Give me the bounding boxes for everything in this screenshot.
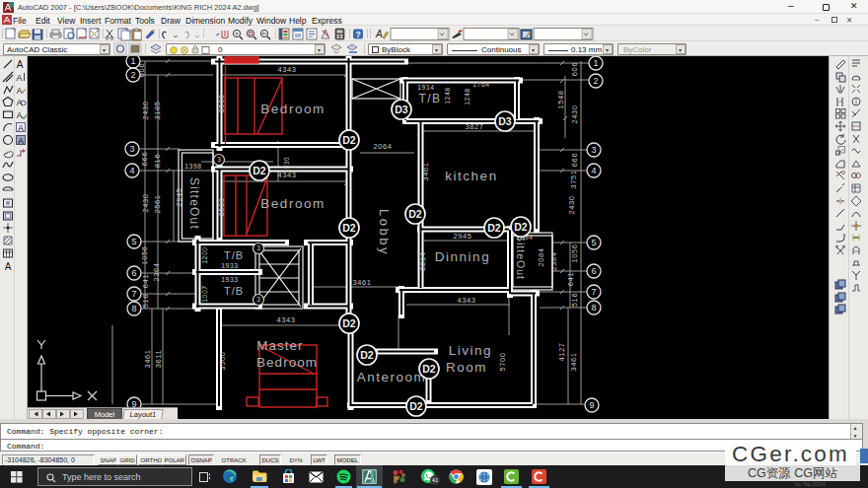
svg-text:Bedroom: Bedroom [256, 355, 318, 370]
svg-text:3827: 3827 [465, 122, 483, 131]
svg-text:9: 9 [589, 400, 594, 410]
svg-text:kitchen: kitchen [445, 169, 497, 183]
svg-text:T/B: T/B [418, 92, 441, 105]
svg-text:D2: D2 [409, 400, 423, 412]
svg-text:Lobby: Lobby [377, 209, 392, 256]
svg-text:2430: 2430 [567, 195, 576, 214]
svg-text:666: 666 [570, 153, 579, 167]
svg-text:1764: 1764 [472, 81, 490, 88]
svg-text:A: A [375, 29, 383, 39]
svg-text:A: A [16, 73, 22, 83]
svg-text:3461: 3461 [421, 162, 430, 180]
svg-text:3500: 3500 [218, 351, 227, 370]
svg-text:3: 3 [591, 145, 596, 155]
svg-text:Dinning: Dinning [435, 249, 490, 264]
svg-text:2: 2 [130, 70, 135, 80]
svg-text:3461: 3461 [143, 349, 152, 368]
svg-text:D2: D2 [487, 222, 501, 234]
svg-text:5: 5 [131, 237, 136, 246]
svg-text:4343: 4343 [277, 171, 296, 179]
svg-text:2945: 2945 [453, 232, 471, 241]
svg-text:1: 1 [593, 58, 598, 68]
svg-text:2430: 2430 [141, 101, 150, 119]
svg-text:D2: D2 [342, 134, 356, 146]
svg-text:Master: Master [256, 338, 303, 353]
svg-text:2364: 2364 [152, 262, 161, 281]
svg-text:4343: 4343 [457, 296, 475, 305]
svg-text:8: 8 [131, 304, 136, 314]
svg-text:1548: 1548 [556, 90, 565, 108]
svg-text:A: A [18, 135, 24, 145]
svg-text:Living: Living [449, 343, 492, 358]
svg-text:1056: 1056 [140, 245, 149, 264]
svg-text:2214: 2214 [418, 251, 427, 270]
svg-text:6: 6 [131, 268, 136, 278]
svg-text:1: 1 [130, 56, 135, 66]
svg-text:D3: D3 [498, 115, 512, 127]
svg-text:1914: 1914 [417, 84, 435, 91]
svg-text:Room: Room [446, 360, 487, 375]
svg-text:D3: D3 [395, 104, 408, 115]
svg-text:1007: 1007 [201, 285, 208, 303]
svg-text:A: A [18, 123, 24, 133]
svg-text:A: A [17, 59, 24, 70]
svg-text:3: 3 [256, 296, 260, 303]
svg-text:3461: 3461 [352, 278, 371, 287]
svg-text:7: 7 [131, 289, 136, 299]
svg-text:2430: 2430 [141, 193, 150, 212]
svg-text:1248: 1248 [464, 88, 470, 105]
svg-text:SitteOut: SitteOut [515, 235, 527, 280]
svg-text:1933: 1933 [221, 262, 239, 269]
svg-text:D2: D2 [408, 208, 422, 220]
svg-text:D2: D2 [514, 221, 528, 233]
svg-text:8: 8 [591, 303, 596, 313]
svg-text:7: 7 [591, 287, 596, 297]
svg-text:SitteOut: SitteOut [187, 177, 201, 230]
svg-text:6: 6 [591, 266, 596, 276]
svg-text:D2: D2 [360, 349, 374, 361]
svg-text:T/B: T/B [224, 249, 244, 261]
svg-text:4127: 4127 [557, 342, 566, 361]
svg-text:A: A [17, 110, 23, 120]
svg-text:3500: 3500 [217, 197, 226, 216]
svg-text:3185: 3185 [153, 101, 162, 119]
svg-text:A: A [5, 261, 12, 272]
svg-text:516: 516 [141, 294, 150, 308]
svg-text:D2: D2 [342, 222, 356, 234]
svg-text:4343: 4343 [276, 315, 295, 324]
svg-text:4343: 4343 [277, 65, 296, 74]
svg-text:3500: 3500 [217, 94, 226, 112]
svg-text:1056: 1056 [570, 244, 579, 262]
svg-text:3: 3 [129, 144, 134, 154]
svg-text:D2: D2 [253, 165, 266, 176]
svg-text:1933: 1933 [221, 276, 239, 283]
svg-text:641: 641 [141, 274, 150, 288]
svg-text:3751: 3751 [569, 170, 578, 188]
svg-text:5700: 5700 [498, 352, 507, 371]
svg-text:3: 3 [256, 244, 260, 251]
svg-text:830: 830 [283, 157, 290, 170]
svg-text:1248: 1248 [444, 87, 451, 105]
svg-text:1398: 1398 [184, 163, 202, 170]
svg-text:2384: 2384 [549, 251, 558, 270]
svg-text:5: 5 [591, 238, 596, 247]
svg-text:D2: D2 [342, 317, 356, 329]
svg-text:3: 3 [217, 156, 221, 163]
svg-text:2430: 2430 [570, 105, 579, 123]
svg-text:?: ? [355, 30, 360, 39]
svg-text:516: 516 [570, 293, 579, 307]
svg-text:816: 816 [153, 154, 162, 168]
svg-text:641: 641 [566, 272, 575, 286]
svg-text:T/B: T/B [224, 285, 244, 297]
svg-text:Bedroom: Bedroom [260, 102, 325, 116]
svg-text:2: 2 [593, 76, 598, 86]
svg-text:2084: 2084 [537, 247, 545, 266]
svg-text:Anteroom: Anteroom [357, 370, 427, 384]
svg-text:3461: 3461 [569, 352, 578, 371]
svg-text:1200: 1200 [201, 246, 208, 264]
svg-text:3611: 3611 [154, 350, 163, 369]
svg-text:4: 4 [129, 166, 134, 175]
svg-text:A: A [17, 85, 23, 95]
svg-text:Bedroom: Bedroom [260, 196, 325, 211]
svg-text:2064: 2064 [373, 142, 392, 151]
